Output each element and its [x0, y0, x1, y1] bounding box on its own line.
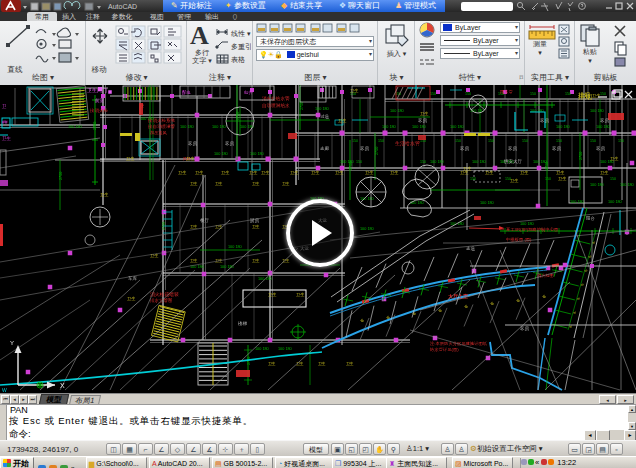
svg-text:卫生: 卫生 [127, 296, 136, 301]
svg-text:8: 8 [580, 283, 584, 286]
svg-text:150: 150 [590, 139, 596, 143]
svg-text:排水立管图: 排水立管图 [149, 297, 173, 303]
svg-text:接自动喷淋管: 接自动喷淋管 [147, 123, 176, 129]
svg-text:2700: 2700 [579, 152, 583, 160]
svg-text:150: 150 [545, 177, 551, 181]
svg-text:卫生: 卫生 [261, 170, 270, 175]
svg-text:卫生: 卫生 [290, 170, 299, 175]
svg-text:车库: 车库 [128, 276, 138, 281]
svg-text:卫生: 卫生 [610, 156, 619, 161]
svg-text:卫生: 卫生 [311, 170, 320, 175]
svg-text:雨水管: 雨水管 [500, 89, 513, 94]
svg-text:150: 150 [430, 92, 436, 96]
svg-text:客房: 客房 [360, 146, 370, 151]
svg-text:X: X [60, 382, 65, 389]
svg-text:注:本层防火分区见建施详图纸: 注:本层防火分区见建施详图纸 [430, 341, 487, 346]
svg-text:100 180: 100 180 [180, 125, 194, 129]
svg-text:卫生: 卫生 [318, 361, 326, 366]
svg-text:150: 150 [556, 139, 562, 143]
svg-text:仓: 仓 [542, 294, 547, 299]
svg-text:配电: 配电 [182, 90, 192, 95]
svg-text:100 180: 100 180 [212, 125, 226, 129]
svg-text:100 180: 100 180 [620, 183, 634, 187]
svg-text:卫生: 卫生 [420, 111, 429, 116]
svg-text:100 180: 100 180 [590, 183, 604, 187]
svg-text:150: 150 [600, 92, 606, 96]
svg-text:排烟: 排烟 [578, 93, 592, 101]
svg-text:阳台: 阳台 [586, 216, 595, 221]
svg-text:卫生: 卫生 [268, 361, 276, 366]
svg-text:客房: 客房 [188, 141, 198, 146]
svg-text:仓: 仓 [360, 318, 365, 323]
svg-text:卫生: 卫生 [190, 258, 198, 263]
svg-text:卫生: 卫生 [178, 170, 187, 175]
svg-text:卫生: 卫生 [390, 170, 399, 175]
svg-text:客房: 客房 [552, 146, 562, 151]
svg-text:100 180: 100 180 [608, 200, 622, 204]
svg-text:卫生: 卫生 [190, 224, 198, 229]
svg-text:100 180: 100 180 [255, 347, 269, 351]
svg-text:100 180: 100 180 [430, 160, 444, 164]
svg-text:100 180: 100 180 [390, 109, 404, 113]
svg-text:150: 150 [356, 160, 362, 164]
svg-text:客房: 客房 [600, 118, 610, 123]
svg-text:卫生: 卫生 [252, 258, 260, 263]
svg-text:卫生: 卫生 [350, 88, 359, 93]
svg-text:卫: 卫 [1, 103, 7, 109]
svg-text:8: 8 [572, 311, 576, 314]
svg-text:卫生: 卫生 [346, 361, 354, 366]
svg-text:100 180: 100 180 [480, 201, 494, 205]
svg-text:消火栓给水管: 消火栓给水管 [262, 95, 290, 102]
svg-text:100 180: 100 180 [412, 125, 426, 129]
svg-text:卫生: 卫生 [556, 170, 565, 175]
svg-text:8: 8 [576, 297, 580, 300]
svg-text:仓: 仓 [490, 301, 495, 306]
svg-text:卫生: 卫生 [338, 118, 347, 123]
svg-text:100 180: 100 180 [315, 107, 329, 111]
svg-text:表格: 表格 [231, 56, 245, 64]
svg-text:卫生: 卫生 [485, 170, 494, 175]
svg-text:客房: 客房 [596, 146, 606, 151]
svg-text:150: 150 [530, 92, 536, 96]
svg-text:150: 150 [352, 139, 358, 143]
svg-text:前室: 前室 [95, 98, 105, 103]
svg-text:客房: 客房 [225, 141, 235, 146]
svg-text:2700: 2700 [236, 112, 240, 120]
svg-text:2700: 2700 [349, 162, 353, 170]
svg-text:卫生: 卫生 [195, 170, 204, 175]
svg-text:150: 150 [522, 139, 528, 143]
svg-text:100 180: 100 180 [590, 109, 604, 113]
svg-text:AutoCAD: AutoCAD [108, 3, 137, 10]
svg-text:卫生: 卫生 [558, 176, 567, 181]
svg-text:大厅上空: 大厅上空 [448, 293, 468, 299]
svg-text:卫生: 卫生 [520, 170, 529, 175]
svg-text:卫生: 卫生 [215, 181, 223, 186]
svg-text:客房: 客房 [508, 146, 518, 151]
svg-text:100 180: 100 180 [596, 125, 610, 129]
svg-text:卫生: 卫生 [186, 156, 195, 161]
svg-text:150: 150 [420, 160, 426, 164]
svg-text:Y: Y [10, 340, 14, 346]
svg-text:150: 150 [610, 177, 616, 181]
svg-text:自动喷淋给水: 自动喷淋给水 [262, 103, 290, 108]
svg-text:100 180: 100 180 [556, 125, 570, 129]
svg-text:卫生: 卫生 [268, 292, 277, 297]
svg-text:卫生: 卫生 [252, 224, 260, 229]
svg-text:8: 8 [587, 255, 591, 258]
svg-text:150: 150 [488, 139, 494, 143]
svg-text:100 180: 100 180 [472, 160, 486, 164]
svg-text:卫生: 卫生 [100, 192, 109, 197]
svg-text:卫生: 卫生 [252, 181, 260, 186]
svg-text:100 180: 100 180 [360, 227, 374, 231]
svg-text:卫生: 卫生 [335, 170, 344, 175]
svg-text:150: 150 [618, 139, 624, 143]
svg-text:2700: 2700 [300, 102, 304, 110]
svg-text:线性 ▾: 线性 ▾ [231, 30, 251, 37]
svg-text:100 180: 100 180 [278, 347, 292, 351]
svg-text:卫生: 卫生 [221, 170, 230, 175]
svg-text:2700: 2700 [545, 162, 549, 170]
svg-text:8: 8 [568, 325, 572, 328]
svg-text:走廊: 走廊 [320, 146, 330, 151]
svg-text:##: ## [2, 119, 8, 125]
svg-text:客房: 客房 [540, 118, 550, 123]
